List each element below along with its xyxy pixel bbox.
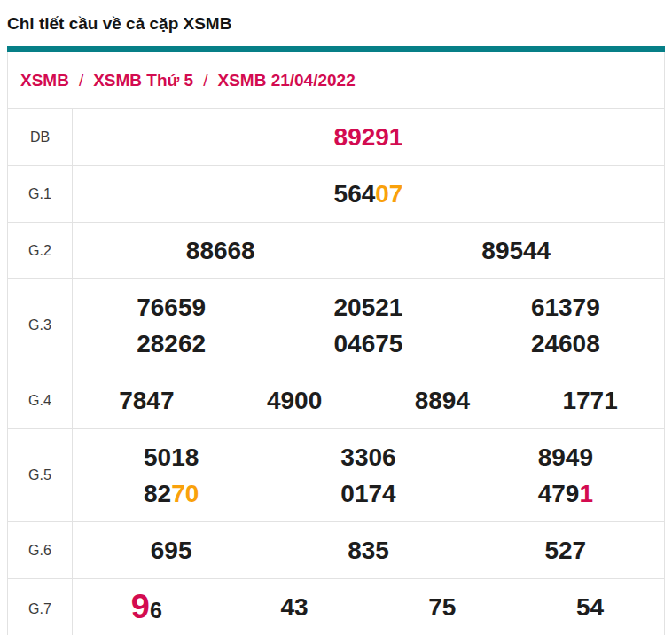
prize-number: 88668 bbox=[73, 232, 369, 269]
number-line: 695835527 bbox=[73, 532, 664, 568]
prize-number: 04675 bbox=[270, 325, 466, 362]
number-line: 282620467524608 bbox=[73, 325, 664, 362]
row-label: G.7 bbox=[8, 579, 73, 635]
number-segment: 24608 bbox=[531, 330, 600, 357]
number-line: 56407 bbox=[73, 176, 664, 212]
row-label: G.6 bbox=[8, 522, 73, 578]
table-row: G.47847490088941771 bbox=[8, 372, 664, 429]
number-segment: 5018 bbox=[144, 443, 199, 471]
prize-number: 54 bbox=[516, 589, 664, 629]
row-content: 7847490088941771 bbox=[73, 372, 664, 428]
number-line: 501833068949 bbox=[73, 439, 664, 475]
table-row: G.3766592052161379282620467524608 bbox=[8, 279, 664, 372]
prize-number: 7847 bbox=[73, 382, 221, 419]
number-segment: 0174 bbox=[340, 480, 395, 507]
prize-number: 76659 bbox=[73, 289, 270, 325]
prize-number: 3306 bbox=[270, 439, 466, 475]
prize-number: 28262 bbox=[73, 325, 270, 362]
number-segment: 8894 bbox=[415, 387, 470, 414]
table-row: DB89291 bbox=[8, 109, 664, 166]
number-line: 8866889544 bbox=[73, 232, 664, 269]
page: Chi tiết cầu về cả cặp XSMB XSMB/XSMB Th… bbox=[0, 0, 672, 635]
table-row: G.156407 bbox=[8, 166, 664, 223]
number-segment: 1771 bbox=[562, 387, 617, 414]
prize-number: 5018 bbox=[73, 439, 270, 475]
number-segment: 43 bbox=[281, 593, 309, 621]
number-segment: 75 bbox=[428, 593, 456, 621]
breadcrumb-link[interactable]: XSMB 21/04/2022 bbox=[217, 71, 355, 90]
prize-number: 695 bbox=[73, 532, 270, 568]
number-segment: 89544 bbox=[481, 237, 551, 264]
prize-number: 20521 bbox=[270, 289, 466, 325]
row-label: G.1 bbox=[8, 166, 73, 222]
prize-table: DB89291G.156407G.28866889544G.3766592052… bbox=[8, 109, 664, 635]
number-segment: 54 bbox=[576, 593, 604, 621]
row-content: 8866889544 bbox=[73, 223, 664, 278]
number-segment: 76659 bbox=[137, 294, 206, 321]
table-row: G.28866889544 bbox=[8, 223, 664, 279]
row-content: 56407 bbox=[73, 166, 664, 222]
breadcrumb-separator: / bbox=[203, 71, 207, 90]
row-label: G.4 bbox=[8, 372, 73, 428]
number-segment: 61379 bbox=[531, 294, 600, 321]
row-content: 501833068949827001744791 bbox=[73, 429, 664, 521]
number-line: 7847490088941771 bbox=[73, 382, 664, 419]
number-line: 96437554 bbox=[73, 589, 664, 629]
prize-number: 835 bbox=[270, 532, 466, 568]
prize-number: 4791 bbox=[467, 475, 664, 512]
prize-number: 527 bbox=[467, 532, 664, 568]
prize-number: 1771 bbox=[516, 382, 664, 419]
prize-number: 96 bbox=[73, 589, 221, 629]
row-content: 89291 bbox=[73, 109, 664, 165]
number-segment: 04675 bbox=[334, 330, 403, 357]
prize-number: 75 bbox=[369, 589, 517, 629]
row-label: G.2 bbox=[8, 223, 73, 278]
row-content: 766592052161379282620467524608 bbox=[73, 279, 664, 372]
number-segment: 1 bbox=[579, 480, 593, 507]
accent-bar bbox=[7, 46, 665, 52]
prize-number: 8949 bbox=[467, 439, 664, 475]
number-segment: 4900 bbox=[267, 387, 322, 414]
table-row: G.5501833068949827001744791 bbox=[8, 429, 664, 522]
prize-number: 24608 bbox=[467, 325, 664, 362]
table-row: G.6695835527 bbox=[8, 522, 664, 579]
number-line: 827001744791 bbox=[73, 475, 664, 512]
number-segment: 9 bbox=[131, 588, 150, 625]
number-segment: 6 bbox=[150, 598, 162, 623]
prize-number: 4900 bbox=[221, 382, 369, 419]
number-segment: 835 bbox=[348, 537, 389, 564]
breadcrumb-separator: / bbox=[79, 71, 83, 90]
row-label: DB bbox=[8, 109, 73, 165]
breadcrumb-link[interactable]: XSMB Thứ 5 bbox=[93, 71, 193, 90]
number-segment: 7847 bbox=[119, 387, 174, 414]
number-segment: 89291 bbox=[334, 123, 403, 151]
prize-number: 8270 bbox=[73, 475, 270, 512]
number-segment: 479 bbox=[538, 480, 580, 507]
row-label: G.3 bbox=[8, 279, 73, 372]
number-segment: 695 bbox=[151, 537, 192, 564]
prize-number: 43 bbox=[221, 589, 369, 629]
number-segment: 564 bbox=[334, 180, 376, 208]
number-segment: 07 bbox=[375, 180, 402, 208]
breadcrumb-link[interactable]: XSMB bbox=[20, 71, 69, 90]
number-segment: 88668 bbox=[186, 237, 255, 264]
prize-number: 89544 bbox=[369, 232, 665, 269]
number-line: 766592052161379 bbox=[73, 289, 664, 325]
number-segment: 3306 bbox=[340, 443, 395, 471]
prize-number: 89291 bbox=[73, 119, 664, 155]
prize-number: 61379 bbox=[467, 289, 664, 325]
number-line: 89291 bbox=[73, 119, 664, 155]
number-segment: 8949 bbox=[538, 443, 593, 471]
prize-number: 0174 bbox=[270, 475, 466, 512]
prize-number: 8894 bbox=[369, 382, 517, 419]
results-panel: XSMB/XSMB Thứ 5/XSMB 21/04/2022 DB89291G… bbox=[7, 46, 665, 635]
number-segment: 70 bbox=[171, 480, 199, 507]
table-row: G.796437554 bbox=[8, 579, 664, 635]
row-content: 96437554 bbox=[73, 579, 664, 635]
number-segment: 82 bbox=[144, 480, 171, 507]
number-segment: 28262 bbox=[137, 330, 206, 357]
number-segment: 527 bbox=[544, 537, 586, 564]
prize-number: 56407 bbox=[73, 176, 664, 212]
row-label: G.5 bbox=[8, 429, 73, 521]
breadcrumb: XSMB/XSMB Thứ 5/XSMB 21/04/2022 bbox=[8, 52, 664, 109]
